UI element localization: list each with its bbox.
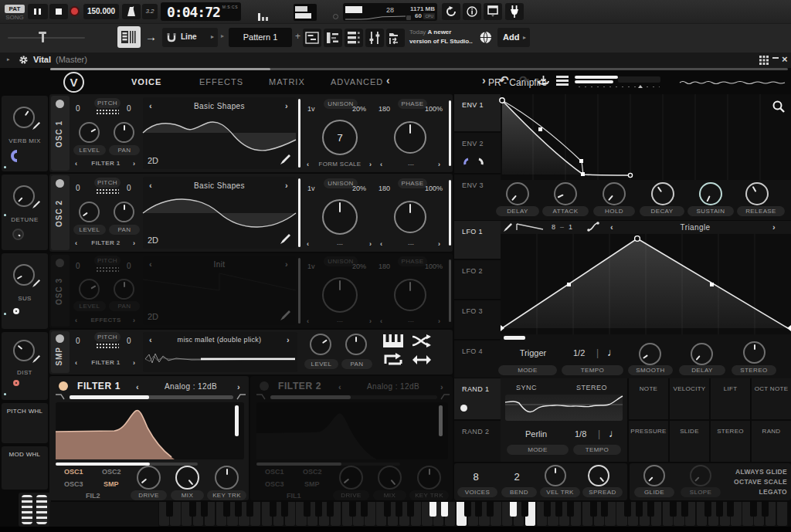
piano-key-black[interactable] (510, 502, 517, 517)
note-icon[interactable]: ♩ (607, 346, 618, 358)
piano-key-black[interactable] (315, 502, 322, 517)
macro4-mod-indicator[interactable] (13, 380, 19, 386)
osc2-unison-mode-prev[interactable]: ‹ (307, 240, 309, 249)
pitch-wheel-panel[interactable]: PITCH WHL (2, 403, 48, 443)
filter1-mix-knob[interactable] (175, 466, 199, 490)
snap-selector[interactable]: Line ▸ (162, 28, 218, 47)
smp-routing-prev[interactable]: ‹ (75, 359, 77, 368)
tempo-display[interactable]: 150.000 (83, 4, 119, 19)
osc2-right-scrollbar[interactable] (449, 180, 451, 246)
wavetable-scrollbar[interactable] (298, 99, 300, 168)
osc2-tune[interactable]: 0 (127, 184, 131, 192)
osc1-wavetable-name[interactable]: Basic Shapes (158, 102, 280, 110)
voices-value[interactable]: 8 (454, 471, 497, 483)
osc3-unison-mode[interactable]: --- (314, 317, 366, 324)
macro4-knob[interactable] (13, 340, 35, 361)
pencil-icon[interactable] (32, 201, 40, 208)
osc2-phase-mode[interactable]: --- (388, 240, 434, 247)
pencil-icon[interactable] (32, 355, 40, 363)
osc3-w avetable-display[interactable]: ‹ Init › 2D (143, 256, 296, 325)
filter2-drive-knob[interactable] (339, 466, 363, 490)
rand-sync-button[interactable]: SYNC (516, 384, 537, 391)
osc1-power-toggle[interactable] (56, 100, 64, 108)
mini-keyboard-icon[interactable] (96, 109, 119, 114)
redo-button[interactable]: ↷ (519, 73, 529, 87)
stop-button[interactable] (49, 4, 68, 19)
lfo-shape-name[interactable]: Triangle (626, 223, 765, 232)
smp-tune[interactable]: 0 (127, 337, 131, 345)
osc1-routing-prev[interactable]: ‹ (75, 160, 77, 168)
piano-key-black[interactable] (704, 502, 711, 517)
piano-key-black[interactable] (361, 502, 368, 517)
osc1-wavetable-display[interactable]: ‹ Basic Shapes › 2D (143, 97, 296, 169)
browser-button[interactable] (386, 29, 405, 47)
voice-option-always-glide[interactable]: ALWAYS GLIDE (721, 468, 787, 476)
osc1-tune[interactable]: 0 (127, 104, 131, 113)
piano-key-black[interactable] (716, 502, 723, 517)
pencil-icon[interactable] (504, 223, 512, 232)
mod-source-octnote[interactable]: OCT NOTE (752, 378, 791, 419)
osc2-phase-rand[interactable]: 100% (425, 185, 443, 192)
osc1-phase-mode[interactable]: --- (388, 161, 434, 168)
osc3-unison-detune[interactable]: 20% (352, 263, 366, 270)
mod-wheel[interactable] (36, 495, 47, 524)
preset-next-button[interactable]: › (482, 76, 486, 85)
wavetable-next[interactable]: › (285, 102, 288, 110)
filter1-drive-knob[interactable] (137, 466, 161, 490)
loop-icon[interactable] (383, 353, 403, 367)
filter2-keytrk-knob[interactable] (417, 466, 441, 490)
osc3-unison-mode-prev[interactable]: ‹ (307, 317, 309, 326)
sample-name[interactable]: misc mallet (double plick) (157, 336, 282, 344)
osc2-phase-mode-prev[interactable]: ‹ (380, 240, 382, 249)
filter1-type-next[interactable]: › (237, 383, 240, 391)
envelope-display[interactable] (501, 94, 791, 180)
lfo-tempo-pill[interactable]: TEMPO (562, 365, 623, 375)
smp-level-knob[interactable] (310, 334, 331, 355)
pencil-icon[interactable] (32, 122, 40, 130)
tab-rand1[interactable]: RAND 1 (454, 378, 501, 419)
osc1-routing[interactable]: FILTER 1 (83, 160, 128, 167)
piano-key-black[interactable] (304, 502, 311, 517)
mixer-button[interactable] (365, 29, 384, 47)
piano-key-black[interactable] (636, 502, 643, 517)
lfo-rate-denominator[interactable]: 1 (569, 223, 572, 231)
filter1-input-osc1[interactable]: OSC1 (64, 468, 83, 476)
piano-key-black[interactable] (750, 502, 757, 517)
lfo-phase-slider[interactable] (504, 336, 525, 340)
osc2-unison-mode[interactable]: --- (314, 240, 366, 247)
osc2-routing-next[interactable]: › (133, 239, 135, 248)
filter1-input-osc2[interactable]: OSC2 (102, 468, 121, 476)
osc3-phase-knob[interactable] (394, 279, 426, 311)
filter1-type-prev[interactable]: ‹ (136, 383, 139, 391)
piano-key-black[interactable] (681, 502, 688, 517)
osc2-routing[interactable]: FILTER 2 (83, 239, 128, 246)
lfo-shape-prev[interactable]: ‹ (610, 223, 613, 232)
lfo-slope-icon[interactable] (516, 223, 544, 231)
piano-key-black[interactable] (762, 502, 769, 517)
piano-key-black[interactable] (475, 502, 482, 517)
pattern-selector[interactable]: Pattern 1 (229, 28, 292, 47)
osc2-unison-detune[interactable]: 20% (352, 185, 366, 192)
piano-key-black[interactable] (647, 502, 654, 517)
osc3-power-toggle[interactable] (56, 259, 64, 267)
env-decay-knob[interactable] (651, 182, 674, 205)
osc1-phase-value[interactable]: 180 (379, 105, 390, 113)
osc1-phase-mode-next[interactable]: › (438, 161, 440, 169)
tab-lfo3[interactable]: LFO 3 (454, 300, 501, 339)
gear-icon[interactable] (19, 55, 29, 65)
osc2-routing-prev[interactable]: ‹ (75, 239, 77, 248)
filter1-input-smp[interactable]: SMP (104, 480, 119, 488)
rand-tempo-pill[interactable]: TEMPO (573, 445, 621, 455)
osc3-phase-mode[interactable]: --- (388, 317, 434, 324)
filter1-cutoff-slider[interactable] (70, 395, 233, 399)
filter1-resonance-slider[interactable] (235, 405, 239, 436)
sample-prev[interactable]: ‹ (149, 336, 152, 344)
pencil-icon[interactable] (280, 234, 290, 244)
lfo-mode-pill[interactable]: MODE (498, 365, 557, 375)
filter2-input-osc1[interactable]: OSC1 (265, 468, 284, 476)
filter2-type-prev[interactable]: ‹ (338, 383, 341, 391)
save-preset-icon[interactable] (538, 75, 549, 86)
mod-source-slide[interactable]: SLIDE (670, 421, 709, 462)
osc1-pan-knob[interactable] (114, 122, 134, 143)
playlist-button[interactable] (303, 29, 321, 47)
